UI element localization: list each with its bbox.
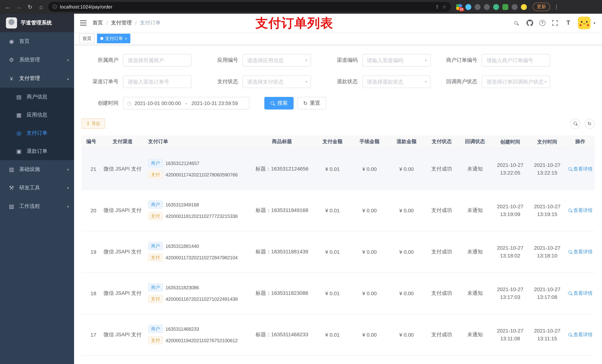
extension-icon-1[interactable]: 10 [456, 4, 462, 10]
user-avatar[interactable] [578, 17, 591, 29]
refresh-icon: ↻ [588, 121, 592, 126]
sidebar-item-system[interactable]: ⚙ 系统管理 ▾ [0, 51, 74, 69]
sidebar-item-home[interactable]: ◉ 首页 [0, 32, 74, 51]
extension-icon-6[interactable] [502, 4, 508, 10]
breadcrumb-separator: / [106, 20, 108, 26]
extension-icon-4[interactable] [484, 4, 490, 10]
app-select[interactable] [243, 54, 311, 67]
col-notify-status: 回调状态 [458, 135, 492, 148]
refund-status-label: 退款状态 [321, 78, 362, 85]
sidebar-toggle-icon[interactable] [74, 14, 93, 32]
browser-update-button[interactable]: 更新 [533, 3, 550, 11]
search-toggle-button[interactable] [570, 119, 580, 129]
sidebar-item-devtools[interactable]: ⚒ 研发工具 ▾ [0, 179, 74, 197]
cell-pay-status: 支付成功 [425, 273, 458, 314]
date-start-value: 2021-10-01 00:00:00 [134, 100, 181, 106]
refresh-button[interactable]: ↻ [585, 119, 595, 129]
table-header: 编号 支付渠道 支付订单 商品标题 支付金额 手续金额 退款金额 支付状态 回调… [81, 135, 595, 148]
view-detail-link[interactable]: 查看详情 [568, 248, 592, 255]
view-icon [568, 208, 572, 213]
create-time-range[interactable]: ◷ 2021-10-01 00:00:00 - 2021-10-31 23:59… [123, 97, 249, 110]
sidebar-item-pay-order[interactable]: ◎ 支付订单 [0, 124, 74, 142]
extension-icon-7[interactable] [512, 4, 517, 10]
close-icon[interactable]: × [125, 36, 127, 41]
search-icon[interactable] [513, 19, 520, 27]
view-detail-link[interactable]: 查看详情 [568, 290, 592, 296]
sidebar-item-refund-order[interactable]: ▣ 退款订单 [0, 142, 74, 160]
reload-icon[interactable]: ↻ [26, 3, 34, 10]
sidebar-item-workflow[interactable]: ▧ 工作流程 ▾ [0, 197, 74, 216]
cell-title [250, 355, 314, 364]
caret-down-icon[interactable]: ▾ [593, 21, 595, 25]
cell-order: 商户 1635311881440 支付 42000011732021102728… [144, 231, 250, 272]
extension-icon-2[interactable] [465, 4, 471, 10]
channel-order-label: 渠道订单号 [81, 78, 123, 85]
address-bar[interactable]: ⓘ localhost:1024/pay/order ⇧ ☆ [48, 2, 451, 12]
view-detail-link[interactable]: 查看详情 [568, 207, 592, 214]
browser-menu-icon[interactable]: ⋮ [554, 4, 559, 10]
forward-icon[interactable]: → [15, 4, 23, 10]
monitor-icon: ▥ [7, 166, 16, 173]
notify-status-select[interactable] [482, 75, 550, 88]
cell-action: 查看详情 [566, 314, 595, 355]
reset-button[interactable]: ↻ 重置 [297, 97, 326, 110]
merchant-order-input[interactable] [482, 54, 550, 67]
view-detail-link[interactable]: 查看详情 [568, 331, 592, 338]
site-info-icon[interactable]: ⓘ [53, 4, 57, 10]
pay-order-no: 4200001173202110272847982104 [165, 255, 238, 260]
cell-notify-status: 未通知 [458, 231, 492, 272]
channel-code-select[interactable] [362, 54, 430, 67]
search-icon [573, 121, 577, 126]
app-logo[interactable]: 芋道管理系统 [0, 14, 74, 32]
view-icon [568, 332, 572, 337]
filter-create-time: 创建时间 ◷ 2021-10-01 00:00:00 - 2021-10-31 … [81, 97, 249, 110]
reset-button-label: 重置 [310, 100, 320, 106]
home-icon[interactable]: ⌂ [37, 4, 45, 10]
view-detail-link[interactable]: 查看详情 [568, 166, 592, 172]
cell-order: 商户 1635312124657 支付 42000011742021102780… [144, 148, 250, 189]
extension-icon-3[interactable] [475, 4, 481, 10]
tag-pay-order[interactable]: 支付订单 × [97, 34, 130, 43]
cell-fee-amount: ¥ 0.00 [351, 148, 388, 189]
merchant-order-label: 商户订单编号 [440, 57, 482, 64]
cell-fee-amount: ¥ 0.00 [351, 231, 388, 272]
download-icon: ↧ [86, 121, 90, 126]
cell-pay-status: 支付成功 [425, 190, 458, 231]
yen-icon: ¥ [7, 75, 16, 82]
sidebar-item-app-info[interactable]: ▦ 应用信息 [0, 106, 74, 124]
cell-notify-status: 未通知 [458, 148, 492, 189]
back-icon[interactable]: ← [4, 4, 12, 10]
fullscreen-icon[interactable] [551, 19, 559, 27]
bookmark-star-icon[interactable]: ☆ [442, 4, 447, 10]
cell-id [81, 355, 101, 364]
sidebar-item-infra[interactable]: ▥ 基础设施 ▾ [0, 160, 74, 179]
col-channel: 支付渠道 [101, 135, 144, 148]
breadcrumb: 首页 / 支付管理 / 支付订单 [93, 20, 161, 26]
font-size-icon[interactable]: T [565, 19, 572, 27]
refund-status-select[interactable] [362, 75, 430, 88]
export-button[interactable]: ↧ 导出 [81, 118, 105, 129]
profile-avatar-icon[interactable] [521, 4, 527, 10]
share-icon[interactable]: ⇧ [435, 4, 439, 10]
cell-pay-status: 支付成功 [425, 314, 458, 355]
extension-icon-5[interactable] [493, 4, 499, 10]
sidebar-item-label: 支付管理 [19, 75, 40, 82]
help-icon[interactable]: ? [539, 20, 545, 26]
cell-pay-status: 支付成功 [425, 148, 458, 189]
target-icon: ◎ [15, 130, 23, 136]
github-icon[interactable] [526, 19, 534, 27]
breadcrumb-pay[interactable]: 支付管理 [111, 20, 132, 26]
sidebar-item-pay[interactable]: ¥ 支付管理 ▴ [0, 69, 74, 88]
merchant-select[interactable] [123, 54, 191, 67]
merchant-tag: 商户 [148, 242, 163, 250]
merchant-order-no: 1635311881440 [165, 243, 199, 249]
sidebar-item-merchant-info[interactable]: ▤ 商户信息 [0, 88, 74, 106]
channel-order-input[interactable] [123, 75, 191, 88]
workflow-icon: ▧ [7, 203, 16, 210]
merchant-tag: 商户 [148, 200, 163, 209]
breadcrumb-home[interactable]: 首页 [93, 20, 103, 26]
tag-home[interactable]: 首页 [79, 34, 95, 43]
cell-fee-amount: ¥ 0.00 [351, 273, 388, 314]
search-button[interactable]: 搜索 [264, 97, 294, 110]
pay-status-select[interactable] [243, 75, 311, 88]
